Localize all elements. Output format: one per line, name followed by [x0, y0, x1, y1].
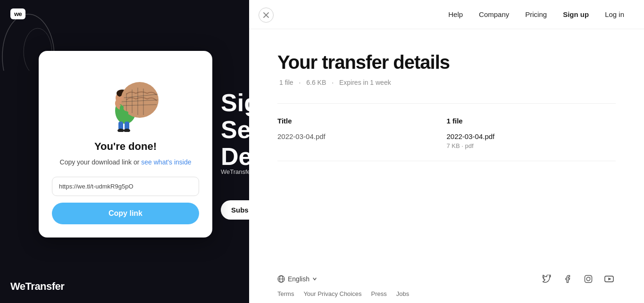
promo-text: Sig Sea De [221, 90, 249, 171]
nav-signup[interactable]: Sign up [556, 7, 595, 22]
file-entry-meta: 7 KB · pdf [447, 142, 616, 149]
footer-terms[interactable]: Terms [277, 290, 294, 297]
globe-icon [277, 275, 285, 283]
svg-rect-23 [585, 276, 592, 283]
nav-help[interactable]: Help [442, 7, 469, 22]
footer-press[interactable]: Press [371, 290, 386, 297]
right-panel: Help Company Pricing Sign up Log in Your… [249, 0, 644, 303]
illustration-svg [92, 66, 159, 132]
files-col-left: Title 2022-03-04.pdf [277, 117, 447, 149]
left-panel: we [0, 0, 249, 303]
done-subtitle: Copy your download link or see what's in… [60, 157, 192, 167]
transfer-title: Your transfer details [277, 52, 616, 73]
done-illustration [92, 66, 159, 132]
promo-sub: WeTransfer work as e files. [221, 167, 249, 177]
file-dot: · [461, 142, 465, 149]
language-selector[interactable]: English [277, 275, 317, 283]
meta-dot1: · [299, 79, 301, 86]
nav-login[interactable]: Log in [598, 7, 631, 22]
copy-link-button[interactable]: Copy link [52, 203, 199, 224]
meta-size: 6.6 KB [306, 79, 326, 86]
nav-pricing[interactable]: Pricing [519, 7, 553, 22]
svg-point-9 [124, 129, 130, 132]
facebook-icon[interactable] [561, 272, 574, 286]
file-entry-name: 2022-03-04.pdf [447, 132, 616, 140]
files-section: Title 2022-03-04.pdf 1 file 2022-03-04.p… [277, 117, 616, 149]
social-links [540, 272, 616, 286]
twitter-icon[interactable] [540, 272, 553, 286]
transfer-meta: 1 file · 6.6 KB · Expires in 1 week [277, 79, 616, 86]
footer-top: English [277, 272, 616, 286]
copy-link-input[interactable] [52, 177, 199, 196]
done-subtitle-text: Copy your download link or [60, 158, 142, 166]
youtube-icon[interactable] [602, 272, 616, 286]
file-size: 7 KB [447, 142, 460, 149]
chevron-down-icon [312, 277, 317, 281]
language-label: English [288, 275, 309, 283]
svg-marker-27 [608, 278, 611, 280]
footer: English Terms [249, 265, 644, 303]
divider-top [277, 103, 616, 104]
col-files-header: 1 file [447, 117, 616, 125]
modal-card: You're done! Copy your download link or … [39, 51, 212, 237]
col-title-header: Title [277, 117, 447, 125]
file-type: pdf [465, 142, 474, 149]
link-input-wrap [52, 177, 199, 196]
svg-point-25 [590, 277, 591, 278]
file-title-value: 2022-03-04.pdf [277, 132, 447, 140]
nav-company[interactable]: Company [472, 7, 516, 22]
files-col-right: 1 file 2022-03-04.pdf 7 KB · pdf [447, 117, 616, 149]
svg-point-24 [586, 277, 590, 281]
top-nav: Help Company Pricing Sign up Log in [249, 0, 644, 29]
done-title: You're done! [94, 140, 157, 153]
see-whats-inside-link[interactable]: see what's inside [141, 158, 191, 166]
we-logo[interactable]: we [10, 8, 25, 19]
meta-expiry: Expires in 1 week [339, 79, 391, 86]
meta-files: 1 file [279, 79, 293, 86]
logo-badge: we [10, 8, 25, 19]
wetransfer-brand: WeTransfer [10, 280, 64, 293]
footer-jobs[interactable]: Jobs [396, 290, 409, 297]
meta-dot2: · [332, 79, 334, 86]
subscribe-button[interactable]: Subs [221, 200, 249, 220]
close-button[interactable] [259, 8, 274, 23]
footer-privacy[interactable]: Your Privacy Choices [303, 290, 361, 297]
close-icon [263, 12, 269, 18]
main-content: Your transfer details 1 file · 6.6 KB · … [249, 29, 644, 265]
footer-links: Terms Your Privacy Choices Press Jobs [277, 290, 616, 297]
instagram-icon[interactable] [582, 272, 595, 286]
divider-bottom [277, 161, 616, 161]
svg-point-8 [117, 129, 124, 132]
